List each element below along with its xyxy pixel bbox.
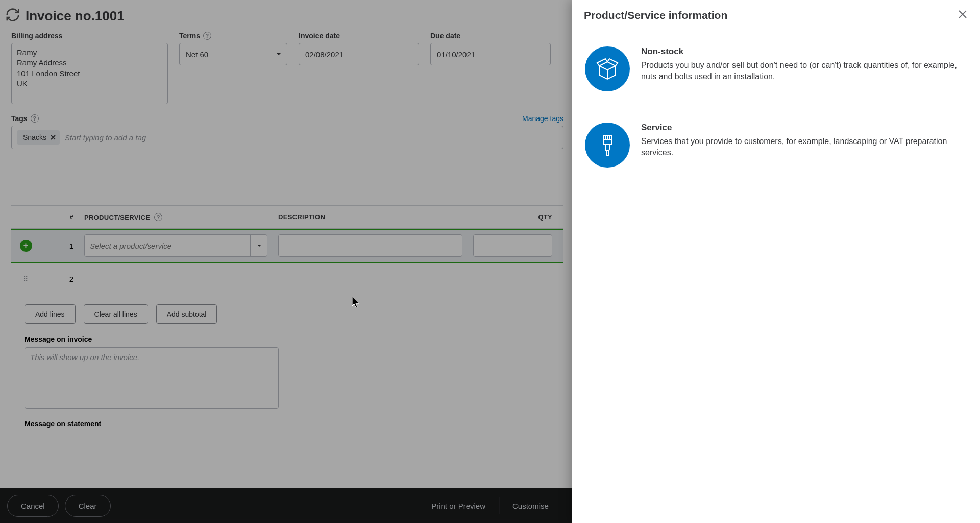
cancel-button[interactable]: Cancel — [7, 495, 59, 517]
page-title: Invoice no.1001 — [26, 8, 125, 24]
col-product: PRODUCT/SERVICE — [84, 213, 150, 221]
due-date-input[interactable]: 01/10/2021 — [430, 43, 551, 65]
panel-title: Product/Service information — [584, 9, 727, 21]
product-service-panel: Product/Service information Non-stock Pr… — [572, 0, 980, 523]
tag-chip-label: Snacks — [23, 133, 46, 141]
customise-link[interactable]: Customise — [512, 502, 549, 510]
recurring-icon[interactable] — [5, 7, 20, 25]
remove-tag-icon[interactable] — [51, 133, 56, 141]
paint-brush-icon — [585, 123, 630, 168]
table-row[interactable]: ⠿ 2 — [11, 263, 564, 296]
billing-label: Billing address — [11, 32, 168, 40]
option-description: Services that you provide to customers, … — [641, 136, 958, 159]
option-title: Non-stock — [641, 46, 958, 57]
terms-label: Terms — [179, 32, 200, 40]
help-icon[interactable]: ? — [31, 114, 39, 123]
tag-chip: Snacks — [17, 130, 60, 145]
clear-button[interactable]: Clear — [65, 495, 111, 517]
box-open-icon — [585, 46, 630, 91]
option-non-stock[interactable]: Non-stock Products you buy and/or sell b… — [572, 31, 980, 107]
option-description: Products you buy and/or sell but don't n… — [641, 60, 958, 83]
col-qty: QTY — [468, 206, 557, 228]
manage-tags-link[interactable]: Manage tags — [522, 114, 564, 123]
row-number: 1 — [40, 242, 79, 250]
col-number: # — [40, 206, 79, 228]
print-preview-link[interactable]: Print or Preview — [431, 502, 485, 510]
help-icon[interactable]: ? — [203, 32, 211, 40]
divider — [499, 497, 499, 514]
terms-select[interactable]: Net 60 — [179, 43, 287, 65]
row-number: 2 — [40, 275, 79, 283]
add-subtotal-button[interactable]: Add subtotal — [156, 304, 217, 324]
add-lines-button[interactable]: Add lines — [24, 304, 76, 324]
billing-address-input[interactable]: Ramy Ramy Address 101 London Street UK — [11, 43, 168, 104]
table-row[interactable]: + 1 — [11, 229, 564, 263]
description-input[interactable] — [278, 234, 462, 257]
chevron-down-icon — [250, 234, 267, 257]
cursor-icon — [351, 296, 360, 311]
line-items-table: # PRODUCT/SERVICE? DESCRIPTION QTY + 1 ⠿… — [11, 205, 564, 296]
tags-placeholder: Start typing to add a tag — [65, 133, 146, 142]
col-description: DESCRIPTION — [273, 206, 468, 228]
help-icon[interactable]: ? — [154, 213, 162, 221]
tags-label: Tags — [11, 114, 28, 123]
chevron-down-icon — [269, 43, 287, 65]
invoice-date-input[interactable]: 02/08/2021 — [299, 43, 419, 65]
clear-all-lines-button[interactable]: Clear all lines — [84, 304, 148, 324]
tags-input[interactable]: Snacks Start typing to add a tag — [11, 126, 564, 149]
option-service[interactable]: Service Services that you provide to cus… — [572, 107, 980, 183]
product-input[interactable] — [84, 234, 267, 257]
close-button[interactable] — [958, 9, 968, 21]
due-date-label: Due date — [430, 32, 551, 40]
message-invoice-input[interactable]: This will show up on the invoice. — [24, 347, 279, 409]
drag-handle-icon[interactable]: ⠿ — [23, 278, 29, 281]
add-row-icon[interactable]: + — [20, 240, 32, 252]
product-select[interactable] — [84, 234, 267, 257]
qty-input[interactable] — [473, 234, 552, 257]
invoice-date-label: Invoice date — [299, 32, 419, 40]
option-title: Service — [641, 123, 958, 133]
